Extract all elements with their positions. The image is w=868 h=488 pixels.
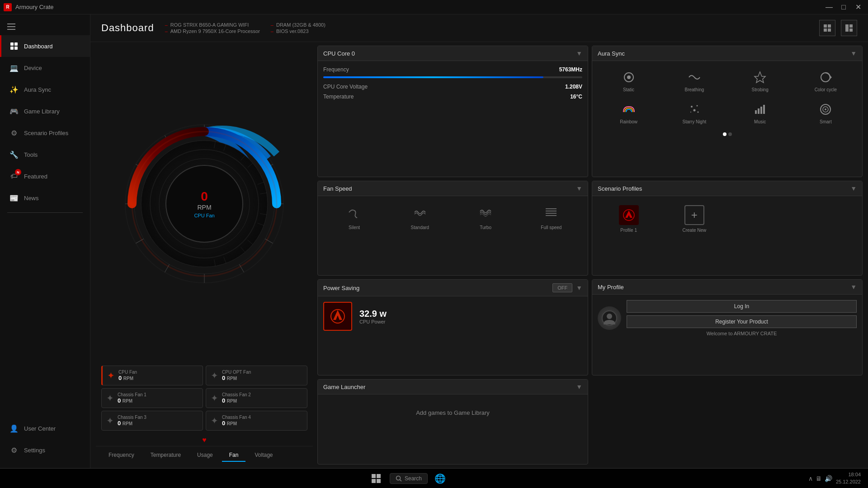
tab-fan[interactable]: Fan: [222, 449, 246, 462]
layout-icon-2[interactable]: [841, 20, 857, 36]
sidebar-device-label: Device: [24, 65, 42, 71]
fan-info-cpu-opt: CPU OPT Fan 0 RPM: [222, 370, 251, 381]
maximize-button[interactable]: □: [837, 1, 850, 14]
game-library-icon: 🎮: [9, 106, 19, 117]
sidebar-item-tools[interactable]: 🔧 Tools: [0, 144, 90, 165]
fan-mode-standard[interactable]: Standard: [389, 202, 451, 234]
cpu-freq-label: Frequency: [323, 66, 349, 73]
tab-temperature[interactable]: Temperature: [143, 449, 188, 462]
sidebar-item-featured[interactable]: 🏷 N Featured: [0, 165, 90, 187]
fan-card-chassis-1[interactable]: ✦ Chassis Fan 1 0 RPM: [101, 388, 203, 408]
tray-volume-icon[interactable]: 🔊: [825, 475, 832, 482]
fan-card-chassis-2[interactable]: ✦ Chassis Fan 2 0 RPM: [206, 388, 307, 408]
svg-rect-1: [14, 42, 18, 46]
sidebar-item-user-center[interactable]: 👤 User Center: [0, 418, 90, 439]
fan-info-chassis-2: Chassis Fan 2 0 RPM: [222, 392, 251, 404]
game-launcher-arrow: ▼: [576, 383, 582, 390]
sidebar-item-settings[interactable]: ⚙ Settings: [0, 439, 90, 461]
close-button[interactable]: ✕: [852, 1, 864, 14]
svg-rect-5: [828, 24, 831, 28]
fan-mode-silent[interactable]: Silent: [323, 202, 385, 234]
tab-voltage[interactable]: Voltage: [247, 449, 280, 462]
power-panel-header-right: OFF ▼: [552, 283, 582, 292]
aura-starry-night-icon: [686, 101, 703, 117]
hamburger-menu[interactable]: [5, 22, 17, 32]
aura-mode-starry-night[interactable]: Starry Night: [663, 99, 725, 127]
scenario-profile-1[interactable]: Profile 1: [598, 202, 660, 236]
taskbar-search-bar[interactable]: Search: [390, 473, 428, 484]
fan-mode-turbo[interactable]: Turbo: [455, 202, 517, 234]
sidebar-item-device[interactable]: 💻 Device: [0, 57, 90, 79]
sidebar-item-scenario[interactable]: ⚙ Scenario Profiles: [0, 122, 90, 144]
tray-network-icon[interactable]: 🖥: [816, 475, 822, 482]
fan-mode-full-speed[interactable]: Full speed: [520, 202, 582, 234]
user-center-icon: 👤: [9, 423, 19, 434]
sidebar-item-game-library[interactable]: 🎮 Game Library: [0, 100, 90, 122]
fan-info-chassis-1: Chassis Fan 1 0 RPM: [118, 392, 146, 404]
system-clock[interactable]: 18:04 25.12.2022: [836, 471, 861, 485]
aura-mode-smart[interactable]: Smart: [795, 99, 857, 127]
sidebar-item-news[interactable]: 📰 News: [0, 187, 90, 209]
aura-panel-arrow: ▼: [850, 50, 857, 57]
main-content: Dashboard – ROG STRIX B650-A GAMING WIFI…: [90, 14, 868, 468]
aura-sync-nav-icon: ✨: [9, 84, 19, 95]
taskbar-center: Search 🌐: [368, 470, 448, 487]
login-button[interactable]: Log In: [627, 300, 857, 313]
game-launcher-panel: Game Launcher ▼ Add games to Game Librar…: [317, 379, 588, 465]
sidebar: Dashboard 💻 Device ✨ Aura Sync 🎮 Game Li…: [0, 14, 90, 468]
fan-speed-arrow: ▼: [576, 185, 582, 192]
cpu-temp-row: Temperature 16°C: [323, 94, 582, 100]
start-button[interactable]: [368, 470, 384, 487]
aura-mode-strobing[interactable]: Strobing: [729, 66, 791, 95]
sidebar-dashboard-label: Dashboard: [24, 43, 53, 50]
aura-starry-night-label: Starry Night: [682, 119, 706, 124]
svg-rect-2: [10, 47, 14, 50]
fan-name-chassis-3: Chassis Fan 3: [118, 415, 146, 420]
fan-turbo-icon: [478, 205, 493, 222]
layout-icon-1[interactable]: [819, 20, 835, 36]
fan-value-cpu-opt: 0 RPM: [222, 375, 251, 381]
aura-mode-breathing[interactable]: Breathing: [663, 66, 725, 95]
taskbar-app-icon[interactable]: 🌐: [433, 471, 448, 486]
fan-name-chassis-4: Chassis Fan 4: [222, 415, 251, 420]
power-panel-title: Power Saving: [323, 285, 359, 291]
svg-rect-57: [760, 107, 762, 114]
fan-icon-chassis-1: ✦: [106, 393, 114, 404]
game-launcher-header: Game Launcher ▼: [318, 380, 588, 394]
svg-rect-71: [377, 474, 381, 478]
fan-card-chassis-4[interactable]: ✦ Chassis Fan 4 0 RPM: [206, 411, 307, 431]
svg-rect-6: [824, 28, 827, 32]
fan-speed-panel-body: Silent Standard: [318, 196, 588, 239]
aura-sync-panel: Aura Sync ▼: [592, 46, 863, 177]
fan-card-cpu-opt[interactable]: ✦ CPU OPT Fan 0 RPM: [206, 366, 307, 385]
power-panel-body: 32.9 w CPU Power: [318, 296, 588, 336]
register-button[interactable]: Register Your Product: [627, 315, 857, 328]
sidebar-item-dashboard[interactable]: Dashboard: [0, 35, 90, 57]
power-rog-icon: [323, 302, 352, 331]
taskbar: Search 🌐 ∧ 🖥 🔊 18:04 25.12.2022: [0, 468, 868, 488]
fan-name-cpu: CPU Fan: [118, 370, 137, 375]
minimize-button[interactable]: —: [823, 1, 835, 14]
featured-badge: N: [15, 169, 21, 175]
tray-expand-icon[interactable]: ∧: [808, 475, 813, 482]
aura-mode-static[interactable]: Static: [598, 66, 660, 95]
freq-bar: [323, 76, 543, 78]
tab-frequency[interactable]: Frequency: [101, 449, 142, 462]
aura-mode-color-cycle[interactable]: Color cycle: [795, 66, 857, 95]
svg-rect-7: [828, 28, 831, 32]
scenario-create-new[interactable]: + Create New: [663, 202, 725, 236]
spec-group-1: – ROG STRIX B650-A GAMING WIFI – AMD Ryz…: [165, 22, 260, 34]
svg-text:0: 0: [201, 189, 208, 203]
sidebar-item-aura-sync[interactable]: ✨ Aura Sync: [0, 79, 90, 100]
fan-card-cpu[interactable]: ✦ CPU Fan 0 RPM: [101, 366, 203, 385]
fan-card-chassis-3[interactable]: ✦ Chassis Fan 3 0 RPM: [101, 411, 203, 431]
aura-mode-rainbow[interactable]: Rainbow: [598, 99, 660, 127]
tab-usage[interactable]: Usage: [190, 449, 220, 462]
sidebar-featured-label: Featured: [24, 173, 47, 180]
aura-mode-music[interactable]: Music: [729, 99, 791, 127]
cpu-panel-title: CPU Core 0: [323, 50, 355, 57]
spec-dram-text: DRAM (32GB & 4800): [276, 22, 326, 28]
power-toggle-button[interactable]: OFF: [552, 283, 572, 292]
profile-actions: Log In Register Your Product Welcome to …: [627, 300, 857, 336]
fan-icon-cpu-opt: ✦: [211, 370, 218, 381]
